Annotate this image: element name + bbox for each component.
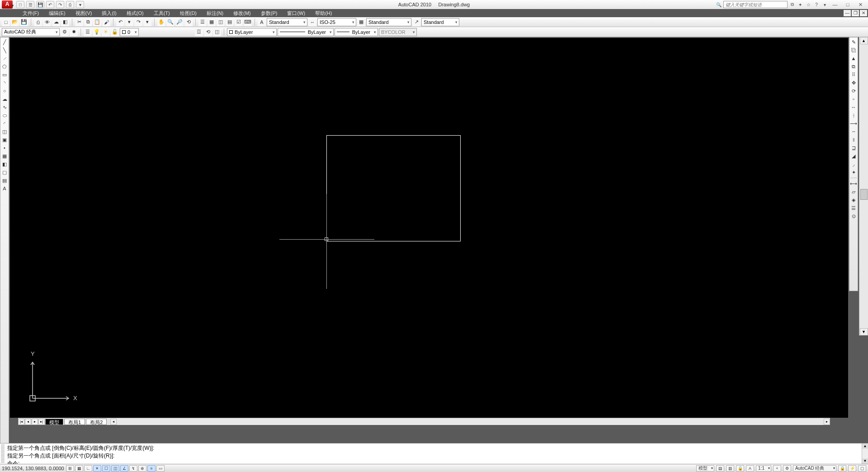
close-button[interactable]: ✕ <box>854 1 866 8</box>
area-icon[interactable]: ▱ <box>850 188 857 195</box>
drawing-canvas[interactable]: X Y <box>10 38 848 418</box>
table-style-dropdown[interactable]: Standard <box>366 18 411 26</box>
hardware-accel-icon[interactable]: ⚡ <box>848 465 856 472</box>
workspace-save-icon[interactable]: ✹ <box>70 28 78 36</box>
undo-icon[interactable]: ↶ <box>116 18 124 26</box>
workspace-status-dropdown[interactable]: AutoCAD 经典 <box>793 465 836 472</box>
tab-layout2[interactable]: 布局2 <box>86 419 107 425</box>
toolpalettes-icon[interactable]: ◫ <box>217 18 225 26</box>
mleader-style-dropdown[interactable]: Standard <box>421 18 459 26</box>
menu-tools[interactable]: 工具(T) <box>149 9 175 17</box>
hscroll-right-icon[interactable]: ▸ <box>824 419 830 425</box>
help-icon[interactable]: ? <box>813 1 820 8</box>
join-icon[interactable]: ⊒ <box>850 144 857 151</box>
cut-icon[interactable]: ✂ <box>75 18 83 26</box>
region-icon[interactable]: ▢ <box>1 169 8 176</box>
coordinate-readout[interactable]: 190.1524, 130.9883, 0.0000 <box>2 466 65 471</box>
space-toggle[interactable]: 模型 <box>696 465 714 472</box>
comm-center-icon[interactable]: ⧉ <box>788 1 796 8</box>
break-at-icon[interactable]: ╌ <box>850 128 857 135</box>
doc-restore-button[interactable]: ❐ <box>852 10 859 16</box>
make-block-icon[interactable]: ▣ <box>1 136 8 143</box>
cleanscreen-icon[interactable]: ▢ <box>858 465 866 472</box>
move-icon[interactable]: ✥ <box>850 79 857 86</box>
xline-icon[interactable]: ╲ <box>1 47 8 54</box>
id-point-icon[interactable]: ⊙ <box>850 212 857 220</box>
redo-dropdown-icon[interactable]: ▾ <box>143 18 151 26</box>
workspace-dropdown[interactable]: AutoCAD 经典 <box>2 28 60 36</box>
rotate-icon[interactable]: ⟳ <box>850 87 857 94</box>
polar-toggle[interactable]: ✴ <box>93 465 101 472</box>
extend-icon[interactable]: ⟶ <box>850 120 857 127</box>
vscroll-thumb[interactable] <box>860 189 868 200</box>
mtext-icon[interactable]: A <box>1 185 8 192</box>
vscroll-down-icon[interactable]: ▼ <box>860 328 868 335</box>
tab-layout1[interactable]: 布局1 <box>64 419 85 425</box>
snap-toggle[interactable]: ⊞ <box>66 465 74 472</box>
polygon-icon[interactable]: ⬠ <box>1 63 8 70</box>
infocenter-search-input[interactable] <box>723 1 788 8</box>
chamfer-icon[interactable]: ◢ <box>850 152 857 160</box>
dyn-toggle[interactable]: ⊕ <box>138 465 146 472</box>
3dosnap-toggle[interactable]: ◫ <box>111 465 119 472</box>
matchprop-icon[interactable]: 🖌 <box>102 18 110 26</box>
undo-dropdown-icon[interactable]: ▾ <box>125 18 133 26</box>
plot-icon[interactable]: ⎙ <box>34 18 42 26</box>
stretch-icon[interactable]: ↔ <box>850 104 857 111</box>
textstyle-icon[interactable]: A <box>258 18 266 26</box>
fillet-icon[interactable]: ◞ <box>850 160 857 168</box>
tab-nav-last-icon[interactable]: ▸| <box>38 419 45 425</box>
markup-icon[interactable]: ☑ <box>235 18 243 26</box>
qat-open-icon[interactable]: ☰ <box>26 1 34 8</box>
properties-icon[interactable]: ☰ <box>198 18 207 26</box>
vscroll-up-icon[interactable]: ▲ <box>860 37 868 44</box>
canvas-hscrollbar[interactable]: ◂ ▸ <box>110 419 830 425</box>
qat-save-icon[interactable]: 💾 <box>36 1 44 8</box>
explode-icon[interactable]: ✦ <box>850 169 857 176</box>
polyline-icon[interactable]: ⟋ <box>1 55 8 62</box>
distance-icon[interactable]: ⟷ <box>850 180 857 187</box>
array-icon[interactable]: ⠿ <box>850 71 857 78</box>
insert-block-icon[interactable]: ◫ <box>1 128 8 135</box>
rectangle-icon[interactable]: ▭ <box>1 71 8 78</box>
tab-nav-prev-icon[interactable]: ◂ <box>25 419 31 425</box>
qp-toggle[interactable]: ▭ <box>156 465 165 472</box>
doc-minimize-button[interactable]: — <box>844 10 851 16</box>
menu-help[interactable]: 帮助(H) <box>311 9 336 17</box>
command-line-grip[interactable] <box>1 444 5 463</box>
open-icon[interactable]: 📂 <box>11 18 19 26</box>
command-vscroll-down-icon[interactable]: ▼ <box>862 458 868 464</box>
annoscale-add-icon[interactable]: + <box>773 465 781 472</box>
lineweight-dropdown[interactable]: ByLayer <box>335 28 378 36</box>
infocenter-search-icon[interactable]: 🔍 <box>715 1 722 8</box>
zoom-realtime-icon[interactable]: 🔍 <box>166 18 175 26</box>
quickcalc-icon[interactable]: ⌨ <box>244 18 252 26</box>
zoom-previous-icon[interactable]: ⟲ <box>184 18 193 26</box>
annoscale-dropdown[interactable]: 1:1 <box>756 465 771 472</box>
color-dropdown[interactable]: ByLayer <box>227 28 277 36</box>
hatch-icon[interactable]: ▦ <box>1 152 8 160</box>
toolbar-lock-icon[interactable]: 🔒 <box>838 465 846 472</box>
workspace-settings-icon[interactable]: ⚙ <box>61 28 69 36</box>
command-vscrollbar[interactable]: ▲ ▼ <box>862 444 868 464</box>
favorites-icon[interactable]: ☆ <box>805 1 812 8</box>
mleaderstyle-icon[interactable]: ↗ <box>412 18 420 26</box>
dim-style-dropdown[interactable]: ISO-25 <box>317 18 356 26</box>
layer-match-icon[interactable]: ☲ <box>195 28 203 36</box>
gradient-icon[interactable]: ◧ <box>1 160 8 168</box>
canvas-vscrollbar[interactable]: ▲ ▼ <box>859 37 868 335</box>
publish-icon[interactable]: ☁ <box>52 18 60 26</box>
layer-color-dropdown[interactable]: 0 <box>120 28 139 36</box>
arc-icon[interactable]: ◝ <box>1 79 8 86</box>
hscroll-track[interactable] <box>117 419 824 425</box>
hscroll-left-icon[interactable]: ◂ <box>110 419 117 425</box>
dwf-icon[interactable]: ◧ <box>61 18 69 26</box>
vscroll-track[interactable] <box>860 44 868 328</box>
command-line[interactable]: 指定第一个角点或 [倒角(C)/标高(E)/圆角(F)/厚度(T)/宽度(W)]… <box>0 443 868 464</box>
massprops-icon[interactable]: ◈ <box>850 196 857 203</box>
save-icon[interactable]: 💾 <box>20 18 28 26</box>
qat-new-icon[interactable]: □ <box>16 1 24 8</box>
grid-toggle[interactable]: ▦ <box>75 465 83 472</box>
tab-model[interactable]: 模型 <box>45 419 63 425</box>
layer-properties-icon[interactable]: ☰ <box>84 28 92 36</box>
